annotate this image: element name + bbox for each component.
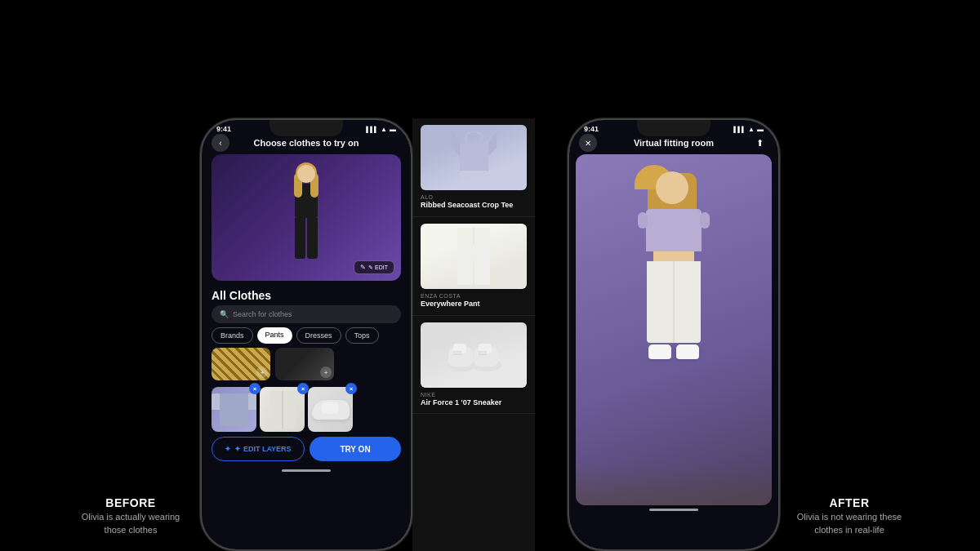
- before-label-main: BEFORE: [41, 496, 220, 509]
- wifi-icon-right: ▲: [748, 126, 755, 133]
- edit-icon: ✎: [360, 264, 366, 271]
- virtual-fitting-header: ✕ Virtual fitting room ⬆: [569, 135, 778, 151]
- phone-after: 9:41 ▌▌▌ ▲ ▬ ✕ Virtual fitting room ⬆: [568, 118, 780, 551]
- product-image-shoes: [421, 322, 527, 388]
- bottom-action-buttons: ✦ ✦ EDIT LAYERS TRY ON: [202, 437, 411, 468]
- after-label-sub: Olivia is not wearing theseclothes in re…: [760, 511, 939, 536]
- top-svg: [452, 131, 497, 184]
- person-figure-before: [282, 165, 331, 271]
- product-item-shoes[interactable]: NIKE Air Force 1 '07 Sneaker: [412, 316, 535, 415]
- svg-point-3: [466, 131, 482, 144]
- pants-svg: [454, 228, 493, 285]
- virtual-photo-area: [576, 154, 772, 505]
- home-indicator-right: [649, 509, 698, 511]
- choose-clothes-header: ‹ Choose clothes to try on: [202, 135, 411, 151]
- selected-items-tray: × ×: [202, 384, 411, 437]
- virtual-floor: [576, 464, 772, 505]
- filter-pants[interactable]: Pants: [257, 327, 292, 344]
- user-photo-area: ✎ ✎ EDIT: [212, 154, 401, 281]
- svg-rect-7: [474, 242, 490, 285]
- after-label-main: AFTER: [760, 496, 939, 509]
- product-item-top[interactable]: ALO Ribbed Seacoast Crop Tee: [412, 118, 535, 217]
- remove-shoes-badge[interactable]: ×: [345, 383, 357, 394]
- notch-left: [270, 120, 343, 136]
- before-label-area: BEFORE Olivia is actually wearingthose c…: [41, 496, 220, 536]
- svg-marker-1: [452, 131, 460, 156]
- product-item-pants[interactable]: ENZA COSTA Everywhere Pant: [412, 217, 535, 316]
- share-button[interactable]: ⬆: [751, 134, 768, 152]
- remove-top-badge[interactable]: ×: [249, 383, 261, 394]
- search-placeholder: Search for clothes: [233, 310, 292, 318]
- selected-item-pants[interactable]: ×: [260, 387, 305, 432]
- before-label-sub: Olivia is actually wearingthose clothes: [41, 511, 220, 536]
- filter-brands[interactable]: Brands: [212, 327, 253, 344]
- clothes-thumbnails: + +: [202, 348, 411, 384]
- svg-marker-2: [488, 131, 497, 156]
- svg-rect-4: [460, 171, 488, 176]
- product-name-3: Air Force 1 '07 Sneaker: [421, 398, 527, 407]
- filter-chips: Brands Pants Dresses Tops: [202, 327, 411, 348]
- edit-photo-button[interactable]: ✎ ✎ EDIT: [354, 260, 394, 274]
- notch-right: [637, 120, 710, 136]
- search-bar[interactable]: 🔍 Search for clothes: [212, 305, 401, 323]
- try-on-button[interactable]: TRY ON: [310, 437, 401, 461]
- scene: 9:41 ▌▌▌ ▲ ▬ ‹ Choose clothes to try on: [0, 0, 980, 551]
- phone-before: 9:41 ▌▌▌ ▲ ▬ ‹ Choose clothes to try on: [200, 118, 412, 551]
- signal-icon: ▌▌▌: [366, 127, 378, 132]
- product-image-pants: [421, 224, 527, 289]
- after-person-figure: [617, 167, 731, 493]
- remove-pants-badge[interactable]: ×: [297, 383, 309, 394]
- product-name-2: Everywhere Pant: [421, 300, 527, 309]
- phone-before-screen: 9:41 ▌▌▌ ▲ ▬ ‹ Choose clothes to try on: [202, 120, 411, 549]
- cloth-thumb-2[interactable]: +: [275, 348, 334, 380]
- signal-icon-right: ▌▌▌: [733, 127, 746, 132]
- search-icon: 🔍: [220, 310, 229, 318]
- phone-after-screen: 9:41 ▌▌▌ ▲ ▬ ✕ Virtual fitting room ⬆: [569, 120, 778, 549]
- status-icons-left: ▌▌▌ ▲ ▬: [366, 126, 396, 133]
- selected-item-top[interactable]: ×: [212, 387, 256, 432]
- svg-rect-6: [457, 242, 473, 285]
- add-cloth-2[interactable]: +: [320, 367, 332, 378]
- filter-dresses[interactable]: Dresses: [296, 327, 341, 344]
- battery-icon-right: ▬: [757, 126, 764, 133]
- selected-item-shoes[interactable]: ×: [308, 387, 353, 432]
- product-name-1: Ribbed Seacoast Crop Tee: [421, 201, 527, 210]
- close-button[interactable]: ✕: [579, 134, 597, 152]
- back-button[interactable]: ‹: [212, 134, 229, 152]
- all-clothes-title: All Clothes: [202, 284, 411, 305]
- cloth-thumb-1[interactable]: +: [212, 348, 270, 380]
- shoes-svg: [443, 332, 505, 377]
- edit-layers-button[interactable]: ✦ ✦ EDIT LAYERS: [212, 437, 305, 461]
- wifi-icon: ▲: [381, 126, 387, 133]
- filter-tops[interactable]: Tops: [345, 327, 379, 344]
- product-brand-1: ALO: [421, 194, 527, 200]
- product-list-panel: ALO Ribbed Seacoast Crop Tee ENZA COSTA …: [412, 118, 535, 551]
- header-title: Choose clothes to try on: [254, 138, 359, 148]
- virtual-fitting-title: Virtual fitting room: [634, 138, 714, 148]
- status-icons-right: ▌▌▌ ▲ ▬: [733, 126, 764, 133]
- battery-icon: ▬: [390, 126, 396, 133]
- product-brand-2: ENZA COSTA: [421, 293, 527, 299]
- layers-icon: ✦: [225, 445, 231, 453]
- after-label-area: AFTER Olivia is not wearing theseclothes…: [760, 496, 939, 536]
- product-image-top: [421, 125, 527, 190]
- product-brand-3: NIKE: [421, 392, 527, 398]
- time-left: 9:41: [216, 125, 231, 133]
- home-indicator-left: [282, 469, 331, 472]
- add-cloth-1[interactable]: +: [256, 367, 268, 378]
- time-right: 9:41: [584, 125, 599, 133]
